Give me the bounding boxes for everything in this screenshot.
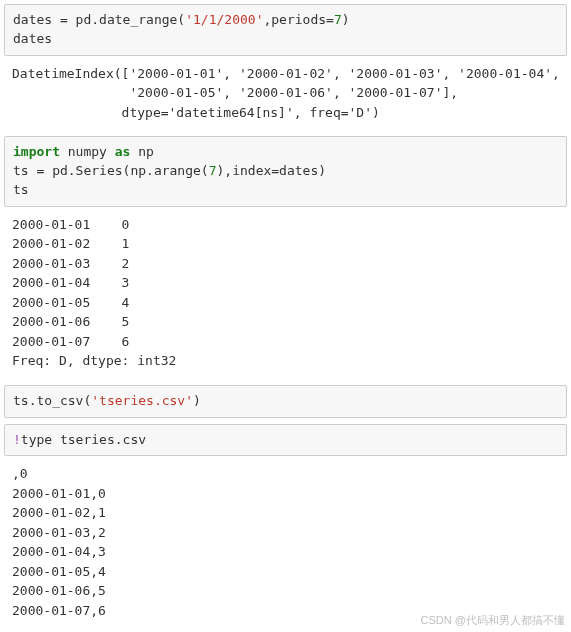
code-cell-1: dates = pd.date_range('1/1/2000',periods… [4, 4, 567, 56]
code: !type tseries.csv [13, 432, 146, 447]
code: dates [13, 31, 52, 46]
output-1: DatetimeIndex(['2000-01-01', '2000-01-02… [4, 62, 567, 131]
code: ts.to_csv('tseries.csv') [13, 393, 201, 408]
output-2: 2000-01-01 0 2000-01-02 1 2000-01-03 2 2… [4, 213, 567, 379]
code-cell-2: import numpy as np ts = pd.Series(np.ara… [4, 136, 567, 207]
code-cell-3: ts.to_csv('tseries.csv') [4, 385, 567, 418]
code: import numpy as np [13, 144, 154, 159]
code-cell-4: !type tseries.csv [4, 424, 567, 457]
output-4: ,0 2000-01-01,0 2000-01-02,1 2000-01-03,… [4, 462, 567, 628]
code: ts = pd.Series(np.arange(7),index=dates) [13, 163, 326, 178]
code: ts [13, 182, 29, 197]
code: dates = pd.date_range('1/1/2000',periods… [13, 12, 350, 27]
